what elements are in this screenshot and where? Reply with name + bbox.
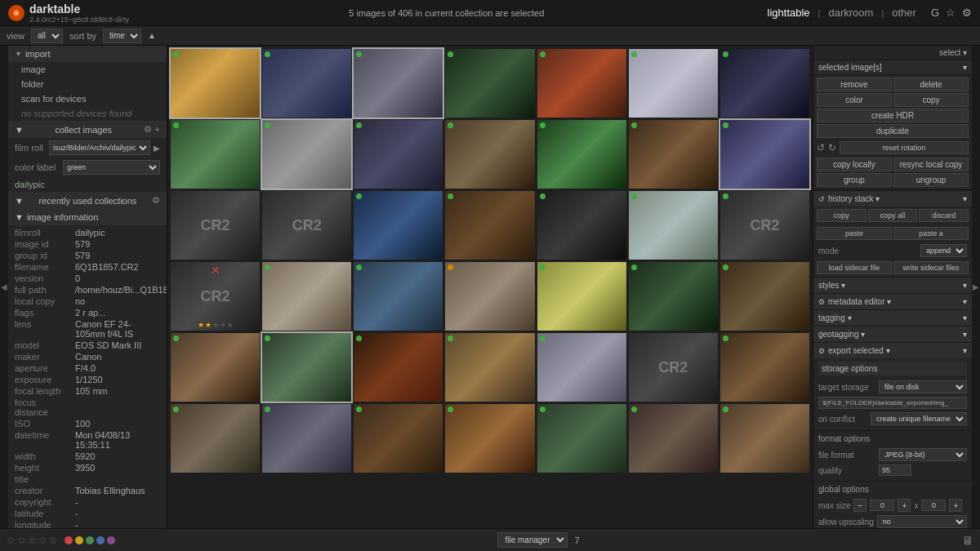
thumbnail-2[interactable] bbox=[262, 49, 351, 118]
left-nav-arrow[interactable]: ◀ bbox=[0, 46, 8, 528]
rp-upscaling-select[interactable]: no bbox=[877, 515, 967, 528]
star-3[interactable]: ☆ bbox=[28, 535, 37, 546]
thumbnail-1[interactable] bbox=[171, 49, 260, 118]
recently-settings[interactable]: ⚙ bbox=[152, 195, 160, 206]
rp-create-hdr-btn[interactable]: create HDR bbox=[817, 109, 969, 122]
color-label-red[interactable] bbox=[65, 536, 73, 544]
thumbnail-23[interactable] bbox=[262, 262, 351, 331]
thumbnail-42[interactable] bbox=[720, 404, 809, 473]
rp-path-input[interactable] bbox=[818, 397, 967, 409]
thumbnail-27[interactable] bbox=[629, 262, 718, 331]
thumbnail-41[interactable] bbox=[629, 404, 718, 473]
image-info-header[interactable]: ▼ image information bbox=[8, 209, 167, 225]
rp-selected-images-dropdown[interactable]: selected image[s] ▾ bbox=[813, 60, 972, 75]
thumbnail-22[interactable]: CR2✕★★★★★ bbox=[171, 262, 260, 331]
view-select[interactable]: all bbox=[31, 29, 63, 43]
thumbnail-13[interactable] bbox=[629, 120, 718, 189]
thumbnail-18[interactable] bbox=[445, 191, 534, 260]
rp-select-btn[interactable]: select ▾ bbox=[939, 48, 967, 57]
thumbnail-12[interactable] bbox=[537, 120, 626, 189]
thumbnail-29[interactable] bbox=[171, 333, 260, 402]
thumbnail-14[interactable] bbox=[720, 120, 809, 189]
star-4[interactable]: ☆ bbox=[38, 535, 47, 546]
thumbnail-16[interactable]: CR2 bbox=[262, 191, 351, 260]
rp-copy-history-btn[interactable]: copy bbox=[817, 209, 866, 222]
rp-delete-btn[interactable]: delete bbox=[893, 78, 969, 91]
thumbnail-8[interactable] bbox=[171, 120, 260, 189]
rp-reset-rotation-btn[interactable]: reset rotation bbox=[840, 141, 969, 154]
collect-settings-icon[interactable]: ⚙ bbox=[144, 124, 152, 135]
rp-write-sidecar-btn[interactable]: write sidecar files bbox=[893, 261, 969, 274]
thumbnail-5[interactable] bbox=[537, 49, 626, 118]
star-rating[interactable]: ☆ ☆ ☆ ☆ ☆ bbox=[7, 535, 58, 546]
thumbnail-31[interactable] bbox=[354, 333, 443, 402]
import-scan-devices[interactable]: scan for devices bbox=[8, 91, 167, 106]
google-icon[interactable]: G bbox=[931, 7, 939, 19]
rp-geotagging-section[interactable]: geotagging ▾ ▾ bbox=[813, 326, 972, 342]
nav-darkroom[interactable]: darkroom bbox=[825, 5, 876, 20]
collect-add-icon[interactable]: + bbox=[155, 124, 160, 135]
color-label-purple[interactable] bbox=[107, 536, 115, 544]
filmroll-select[interactable]: isuz/Bilder/Archiv/dailypic bbox=[49, 140, 150, 155]
thumbnail-6[interactable] bbox=[629, 49, 718, 118]
recently-header[interactable]: ▼ recently used collections ⚙ bbox=[8, 192, 167, 209]
thumbnail-28[interactable] bbox=[720, 262, 809, 331]
filmroll-nav-icon[interactable]: ▶ bbox=[154, 144, 160, 153]
thumbnail-25[interactable] bbox=[445, 262, 534, 331]
rp-mode-select[interactable]: append bbox=[920, 244, 967, 257]
thumbnail-40[interactable] bbox=[537, 404, 626, 473]
sort-direction[interactable]: ▲ bbox=[148, 31, 156, 40]
star-2[interactable]: ☆ bbox=[17, 535, 26, 546]
thumbnail-17[interactable] bbox=[354, 191, 443, 260]
rp-resync-btn[interactable]: resync local copy bbox=[893, 158, 969, 171]
color-label-yellow[interactable] bbox=[75, 536, 83, 544]
rp-remove-btn[interactable]: remove bbox=[817, 78, 892, 91]
right-nav-arrow[interactable]: ▶ bbox=[972, 46, 980, 528]
thumbnail-33[interactable] bbox=[537, 333, 626, 402]
rp-tagging-section[interactable]: tagging ▾ ▾ bbox=[813, 309, 972, 326]
thumbnail-35[interactable] bbox=[720, 333, 809, 402]
thumbnail-9[interactable] bbox=[262, 120, 351, 189]
rp-discard-btn[interactable]: discard bbox=[919, 209, 969, 222]
thumbnail-24[interactable] bbox=[354, 262, 443, 331]
rp-load-sidecar-btn[interactable]: load sidecar file bbox=[817, 261, 892, 274]
thumbnail-11[interactable] bbox=[445, 120, 534, 189]
rp-history-section[interactable]: ↺ history stack ▾ ▾ bbox=[813, 190, 972, 207]
thumbnail-32[interactable] bbox=[445, 333, 534, 402]
monitor-icon[interactable]: 🖥 bbox=[962, 534, 973, 547]
import-image[interactable]: image bbox=[8, 62, 167, 77]
thumbnail-4[interactable] bbox=[445, 49, 534, 118]
rp-paste-a-btn[interactable]: paste a bbox=[893, 227, 969, 240]
nav-other[interactable]: other bbox=[889, 5, 920, 20]
thumbnail-39[interactable] bbox=[445, 404, 534, 473]
rp-export-section-header[interactable]: ⚙ export selected ▾ ▾ bbox=[813, 342, 972, 358]
thumbnail-38[interactable] bbox=[354, 404, 443, 473]
rp-copy-all-btn[interactable]: copy all bbox=[868, 209, 918, 222]
rp-file-format-select[interactable]: JPEG (8-bit) bbox=[879, 448, 967, 461]
rp-rotate-cw-icon[interactable]: ↻ bbox=[828, 142, 836, 153]
thumbnail-21[interactable]: CR2 bbox=[720, 191, 809, 260]
rp-width-plus-btn[interactable]: + bbox=[898, 499, 911, 512]
thumbnail-26[interactable] bbox=[537, 262, 626, 331]
rp-metadata-section[interactable]: ⚙ metadata editor ▾ ▾ bbox=[813, 293, 972, 309]
star-1[interactable]: ☆ bbox=[7, 535, 16, 546]
view-mode-select[interactable]: file manager bbox=[497, 532, 568, 548]
rp-styles-section[interactable]: styles ▾ ▾ bbox=[813, 277, 972, 293]
thumbnail-36[interactable] bbox=[171, 404, 260, 473]
rp-width-input[interactable] bbox=[870, 500, 894, 511]
sort-select[interactable]: time bbox=[103, 29, 141, 43]
thumbnail-3[interactable] bbox=[354, 49, 443, 118]
rp-conflict-select[interactable]: create unique filename bbox=[871, 412, 967, 425]
rp-duplicate-btn[interactable]: duplicate bbox=[817, 124, 969, 138]
nav-lighttable[interactable]: lighttable bbox=[764, 5, 813, 20]
settings-icon[interactable]: ⚙ bbox=[962, 7, 972, 19]
thumbnail-7[interactable] bbox=[720, 49, 809, 118]
rp-quality-input[interactable] bbox=[879, 464, 911, 476]
rp-height-plus-btn[interactable]: + bbox=[949, 499, 962, 512]
rp-storage-options-btn[interactable]: storage options bbox=[818, 362, 967, 375]
rp-copy-locally-btn[interactable]: copy locally bbox=[817, 158, 892, 171]
thumbnail-34[interactable]: CR2 bbox=[629, 333, 718, 402]
rp-copy-btn[interactable]: copy bbox=[893, 93, 969, 107]
color-label-blue[interactable] bbox=[96, 536, 105, 544]
import-folder[interactable]: folder bbox=[8, 77, 167, 91]
